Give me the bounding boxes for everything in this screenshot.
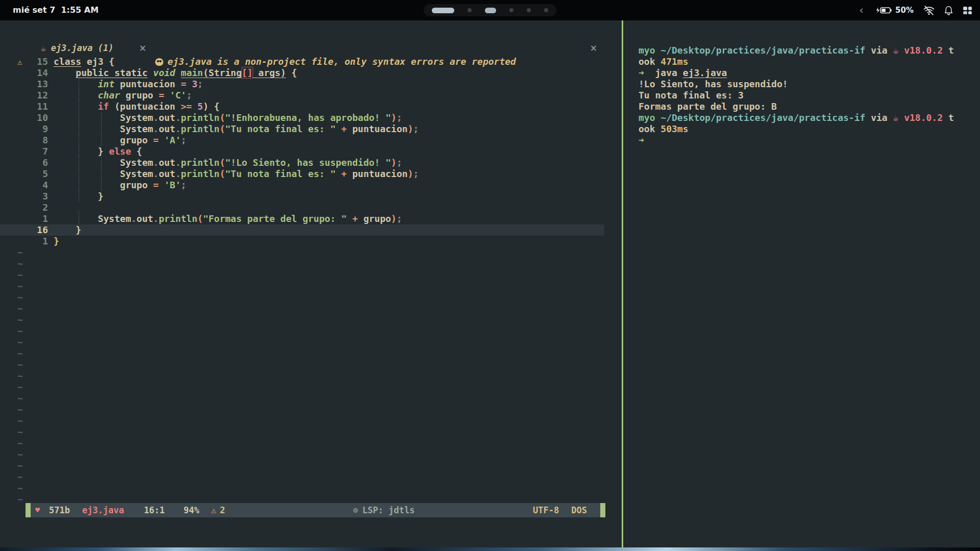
token: ) [391,112,397,123]
token: !Lo Siento, has suspendido! [639,79,788,89]
tab-label: ej3.java (1) [51,43,114,53]
token: System [54,213,131,224]
indent-guide [79,180,79,191]
empty-line-tilde: ~ [0,314,622,325]
token: ; [181,180,186,190]
token: ~/Desktop/practices/java/practicas-if [660,45,865,56]
lsp-label: LSP: jdtls [362,505,414,515]
code-line-5[interactable]: 5 System.out.println("Tu nota final es: … [0,168,622,180]
code-line-2[interactable]: 2 [0,202,622,213]
token: 471ms [660,56,688,67]
line-text: int puntuacion = 3; [54,79,203,90]
token [655,112,661,123]
workspace-indicator-dot[interactable] [527,8,531,12]
notifications-bell-icon[interactable] [944,6,953,15]
line-number: 1 [31,213,48,224]
tab-ej3-java[interactable]: ☕ ej3.java (1) × [0,40,146,56]
token: ☕ v18.0.2 [893,112,943,123]
code-line-6[interactable]: 6 System.out.println("!Lo Siento, has su… [0,157,622,168]
token: class [54,56,81,67]
token: ; [413,123,419,134]
token: ( [198,213,203,224]
duke-icon [155,58,163,66]
tabline-close-icon[interactable]: × [590,40,597,56]
line-number: 11 [31,101,48,112]
indent-guide [101,168,102,180]
empty-line-tilde: ~ [0,460,622,471]
token: grupo [54,135,153,145]
token: ( [219,123,225,134]
indent-guide [101,123,102,135]
code-line-1[interactable]: 1} [0,236,622,247]
code-line-10[interactable]: 10 System.out.println("!Enhorabuena, has… [0,112,622,123]
token: = [181,79,186,89]
empty-line-tilde: ~ [0,382,622,393]
stats-grid-icon[interactable] [963,6,972,15]
workspace-indicator-dot[interactable] [509,8,513,12]
token: "Tu nota final es: " [225,123,336,134]
token [54,79,98,89]
code-line-8[interactable]: 8 grupo = 'A'; [0,135,622,146]
empty-line-tilde: ~ [0,483,622,494]
token: 5 [198,101,203,112]
token: else [109,146,131,157]
code-line-15[interactable]: ⚠15class ej3 {ej3.java is a non-project … [0,56,622,67]
line-text: } [54,224,81,236]
wifi-off-icon[interactable] [923,6,935,15]
workspace-indicator-pill[interactable] [485,8,496,13]
code-line-13[interactable]: 13 int puntuacion = 3; [0,79,622,90]
token: System [54,123,153,134]
token [336,168,341,179]
terminal-line: !Lo Siento, has suspendido! [639,79,980,90]
token: java [644,67,683,78]
terminal-line: ook 503ms [639,123,980,135]
token: if [98,101,109,112]
terminal-window[interactable]: myo ~/Desktop/practices/java/practicas-i… [623,20,980,547]
line-text: if (puntuacion >= 5) { [54,101,219,112]
empty-line-tilde: ~ [0,438,622,449]
code-line-11[interactable]: 11 if (puntuacion >= 5) { [0,101,622,112]
indent-guide [79,146,79,157]
workspace-indicator-dot[interactable] [468,8,472,12]
code-line-4[interactable]: 4 grupo = 'B'; [0,180,622,191]
indent-guide [79,135,79,146]
token: System [54,168,153,179]
lsp-status: ⚙LSP: jdtls [353,505,414,515]
token: System [54,112,153,123]
sign-column [17,236,31,247]
tray-collapse-chevron-icon[interactable]: ‹ [859,0,864,20]
token [175,67,181,78]
battery-indicator[interactable]: 50% [874,6,914,15]
token [347,213,352,224]
code-line-3[interactable]: 3 } [0,191,622,202]
code-line-16[interactable]: 16 } [0,224,622,236]
workspace-indicator-pill-wide[interactable] [432,8,454,13]
warning-icon: ⚠ [211,505,216,515]
token [644,135,650,145]
token: ; [198,79,203,89]
code-line-7[interactable]: 7 } else { [0,146,622,157]
token: 'B' [164,180,181,190]
line-text: char grupo = 'C'; [54,90,192,101]
token [159,180,164,190]
warning-count: 2 [220,505,225,515]
top-status-bar: mié set 7 1:55 AM ‹ 50% [0,0,980,20]
token: = [153,135,159,145]
code-line-14[interactable]: 14 public static void main(String[] args… [0,67,622,79]
code-line-1[interactable]: 1 System.out.println("Formas parte del g… [0,213,622,224]
warning-sign-icon: ⚠ [17,57,31,68]
system-tray: ‹ 50% [859,0,972,20]
cursor-position: 16:1 [144,505,165,515]
empty-line-tilde: ~ [0,247,622,258]
tab-close-icon[interactable]: × [139,43,146,53]
code-area[interactable]: ⚠15class ej3 {ej3.java is a non-project … [0,56,622,503]
token: . [153,168,159,179]
token: int [98,79,115,89]
empty-line-tilde: ~ [0,427,622,438]
code-line-12[interactable]: 12 char grupo = 'C'; [0,90,622,101]
token: Tu nota final es: 3 [639,90,744,101]
code-line-9[interactable]: 9 System.out.println("Tu nota final es: … [0,123,622,135]
workspace-indicator-dot[interactable] [544,8,548,12]
line-number: 10 [31,112,48,123]
sign-column [17,113,31,124]
